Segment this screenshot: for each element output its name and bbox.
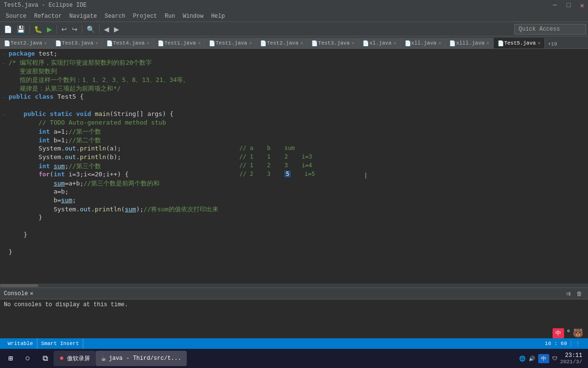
tab-close[interactable]: ✕	[95, 40, 98, 46]
network-icon: 🌐	[519, 356, 526, 362]
editor[interactable]: - package test; - /* 编写程序，实现打印斐波那契数列的前20…	[0, 49, 588, 284]
code-line: b=sum;	[0, 196, 588, 205]
menu-source[interactable]: Source	[2, 12, 30, 21]
code-line: - public static void main(String[] args)…	[0, 110, 588, 119]
sep2	[57, 25, 57, 34]
start-button[interactable]: ⊞	[2, 350, 19, 367]
menu-help[interactable]: Help	[207, 12, 229, 21]
undo-btn[interactable]: ↩	[59, 24, 69, 34]
screen-recorder-app[interactable]: ● 傲软录屏	[54, 351, 96, 366]
tab-close[interactable]: ✕	[249, 40, 252, 46]
tab-test3-2[interactable]: 📄 Test3.java ✕	[307, 38, 359, 48]
code-line: }	[0, 231, 588, 240]
quick-access-box[interactable]: Quick Access	[514, 24, 586, 34]
code-line	[0, 240, 588, 248]
tab-xll[interactable]: 📄 xll.java ✕	[401, 38, 446, 48]
tab-test3[interactable]: 📄 Test3.java ✕	[51, 38, 102, 48]
antivirus-icon: 🛡	[552, 356, 557, 362]
ime-taskbar[interactable]: 中	[538, 354, 549, 363]
maximize-btn[interactable]: □	[566, 1, 570, 10]
code-line: - /* 编写程序，实现打印斐波那契数列的前20个数字	[0, 58, 588, 67]
tab-test1-1[interactable]: 📄 Test1.java ✕	[154, 38, 205, 48]
tab-xl[interactable]: 📄 xl.java ✕	[359, 38, 400, 48]
taskbar: ⊞ ○ ⧉ ● 傲软录屏 ☕ java - Third/src/t... 🌐 🔊…	[0, 349, 588, 368]
sep3	[82, 25, 82, 34]
code-line: int sum;//第三个数 // 1 2 3 i=4	[0, 162, 588, 171]
eclipse-app[interactable]: ☕ java - Third/src/t...	[96, 351, 187, 366]
prev-btn[interactable]: ◀	[102, 24, 111, 34]
app1-label: 傲软录屏	[67, 355, 90, 363]
code-line: sum=a+b;//第三个数是前两个数的和	[0, 179, 588, 188]
redo-btn[interactable]: ↪	[70, 24, 79, 34]
toolbar: 📄 💾 🐛 ▶ ↩ ↪ 🔍 ◀ ▶ Quick Access	[0, 22, 588, 36]
volume-icon: 🔊	[529, 356, 535, 362]
tab-test2-1[interactable]: 📄 Test2.java ✕	[0, 38, 51, 48]
sep4	[99, 25, 100, 34]
search-btn[interactable]: 🔍	[85, 24, 97, 34]
status-extra: ⋮	[571, 341, 584, 347]
tab-close[interactable]: ✕	[394, 40, 396, 46]
tab-xlll[interactable]: 📄 xlll.java ✕	[445, 38, 493, 48]
quick-access-label: Quick Access	[519, 26, 560, 33]
status-right: 16 : 69 ⋮	[541, 341, 584, 347]
console-toolbar: ⇉ 🗑	[564, 289, 584, 298]
menu-navigate[interactable]: Navigate	[66, 12, 101, 21]
horizontal-scrollbar[interactable]	[0, 284, 588, 288]
tab-test1-2[interactable]: 📄 Test1.java ✕	[205, 38, 256, 48]
title-bar: Test5.java - Eclipse IDE ─ □ ✕	[0, 0, 588, 11]
ime-indicator: 中	[553, 328, 564, 338]
clock: 23:11 2021/3/	[560, 352, 582, 365]
task-view-button[interactable]: ⧉	[36, 350, 54, 367]
status-position: 16 : 69	[541, 341, 571, 346]
new-btn[interactable]: 📄	[2, 24, 14, 34]
save-btn[interactable]: 💾	[15, 24, 27, 34]
next-btn[interactable]: ▶	[112, 24, 121, 34]
tab-close[interactable]: ✕	[300, 40, 303, 46]
tab-test4[interactable]: 📄 Test4.java ✕	[102, 38, 154, 48]
tab-close-active[interactable]: ✕	[538, 40, 541, 46]
ime-area: 中 ° 🐻	[553, 328, 583, 338]
run-btn[interactable]: ▶	[45, 24, 54, 34]
code-line: 规律是：从第三项起为前两项之和*/	[0, 84, 588, 93]
code-line: int b=1;//第二个数	[0, 136, 588, 145]
tab-test5[interactable]: 📄 Test5.java ✕	[494, 38, 545, 48]
tab-close[interactable]: ✕	[147, 40, 149, 46]
tab-bar: 📄 Test2.java ✕ 📄 Test3.java ✕ 📄 Test4.ja…	[0, 36, 588, 49]
tab-close[interactable]: ✕	[44, 40, 47, 46]
tab-test2-2[interactable]: 📄 Test2.java ✕	[256, 38, 307, 48]
debug-btn[interactable]: 🐛	[32, 24, 44, 34]
code-line: }	[0, 214, 588, 222]
tab-close[interactable]: ✕	[486, 40, 489, 46]
code-line: a=b;	[0, 188, 588, 196]
console-content: No consoles to display at this time.	[0, 299, 588, 310]
console-clear-btn[interactable]: 🗑	[575, 289, 584, 298]
console-close-btn[interactable]: ✕	[30, 290, 33, 297]
code-line: System.out.println(sum);//将sum的值依次打印出来	[0, 205, 588, 214]
code-line: // TODO Auto-generated method stub	[0, 119, 588, 127]
console-header: Console ✕ ⇉ 🗑	[0, 288, 588, 299]
menu-refactor[interactable]: Refactor	[30, 12, 66, 21]
menu-search[interactable]: Search	[101, 12, 129, 21]
status-bar: Writable Smart Insert 16 : 69 ⋮ 中 ° 🐻	[0, 338, 588, 349]
close-btn[interactable]: ✕	[580, 1, 584, 10]
menu-window[interactable]: Window	[179, 12, 207, 21]
scroll-thumb[interactable]	[0, 284, 38, 287]
search-button[interactable]: ○	[19, 350, 36, 367]
minimize-btn[interactable]: ─	[553, 1, 557, 10]
code-line: 指的是这样一个数列：1、1、2、3、5、8、13、21、34等。	[0, 76, 588, 84]
taskbar-right: 🌐 🔊 中 🛡 23:11 2021/3/	[519, 352, 586, 365]
title-text: Test5.java - Eclipse IDE	[4, 2, 87, 9]
menu-run[interactable]: Run	[161, 12, 179, 21]
code-line	[0, 102, 588, 110]
sep1	[29, 25, 30, 34]
tab-close[interactable]: ✕	[351, 40, 354, 46]
tab-close[interactable]: ✕	[438, 40, 441, 46]
console-action-btn[interactable]: ⇉	[564, 289, 573, 298]
console-message: No consoles to display at this time.	[4, 301, 128, 308]
code-line: System.out.println(a); // a b sum	[0, 145, 588, 153]
tab-close[interactable]: ✕	[198, 40, 201, 46]
menu-project[interactable]: Project	[129, 12, 161, 21]
tab-overflow[interactable]: +19	[545, 40, 560, 48]
status-smart-insert: Smart Insert	[37, 338, 83, 349]
code-line	[0, 222, 588, 231]
